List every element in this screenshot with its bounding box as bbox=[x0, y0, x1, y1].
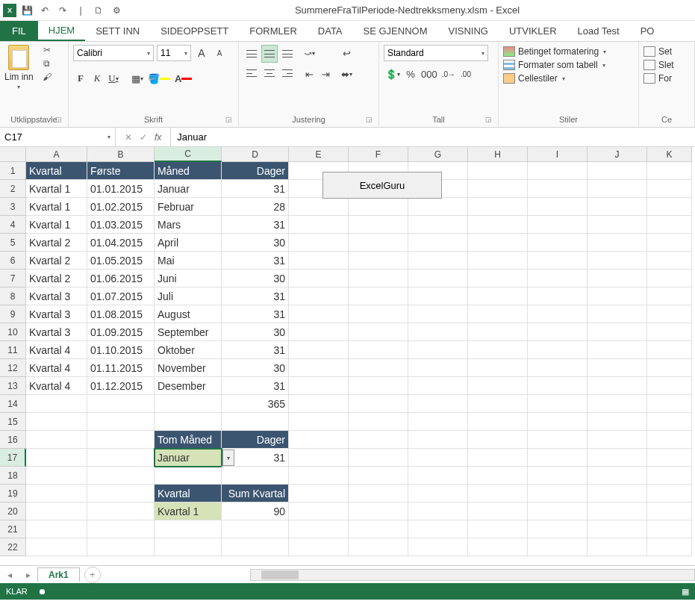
cell-H13[interactable] bbox=[468, 377, 528, 395]
cell-D11[interactable]: 31 bbox=[222, 341, 289, 359]
number-launcher-icon[interactable]: ◲ bbox=[485, 116, 492, 123]
cell-K10[interactable] bbox=[647, 323, 692, 341]
cell-J6[interactable] bbox=[588, 252, 647, 270]
cell-G10[interactable] bbox=[408, 323, 468, 341]
row-header-16[interactable]: 16 bbox=[0, 431, 26, 449]
row-header-2[interactable]: 2 bbox=[0, 180, 26, 198]
cell-E20[interactable] bbox=[289, 503, 349, 520]
cell-B16[interactable] bbox=[87, 431, 155, 449]
cell-F14[interactable] bbox=[349, 395, 408, 413]
cell-I3[interactable] bbox=[528, 198, 588, 216]
row-header-5[interactable]: 5 bbox=[0, 234, 26, 252]
tab-data[interactable]: DATA bbox=[308, 21, 353, 41]
format-painter-icon[interactable]: 🖌 bbox=[41, 72, 53, 82]
cell-A17[interactable] bbox=[26, 449, 87, 467]
cell-A19[interactable] bbox=[26, 485, 87, 503]
cell-J14[interactable] bbox=[588, 395, 647, 413]
col-header-F[interactable]: F bbox=[349, 147, 408, 162]
cell-B19[interactable] bbox=[87, 485, 155, 503]
cell-H6[interactable] bbox=[468, 252, 528, 270]
preview-icon[interactable]: 🗋 bbox=[93, 4, 105, 16]
align-top-icon[interactable] bbox=[243, 45, 260, 63]
cell-I18[interactable] bbox=[528, 467, 588, 485]
row-header-1[interactable]: 1 bbox=[0, 162, 26, 180]
cell-J22[interactable] bbox=[588, 538, 647, 556]
cell-K13[interactable] bbox=[647, 377, 692, 395]
cell-G12[interactable] bbox=[408, 359, 468, 377]
cell-D9[interactable]: 31 bbox=[222, 305, 289, 323]
cell-D1[interactable]: Dager bbox=[222, 162, 289, 180]
cell-D12[interactable]: 30 bbox=[222, 359, 289, 377]
row-header-14[interactable]: 14 bbox=[0, 395, 26, 413]
cell-D18[interactable] bbox=[222, 467, 289, 485]
cell-C1[interactable]: Måned bbox=[155, 162, 222, 180]
decrease-decimal-icon[interactable]: .00 bbox=[458, 66, 473, 82]
cell-G22[interactable] bbox=[408, 538, 468, 556]
formula-input[interactable]: Januar bbox=[171, 128, 695, 146]
spreadsheet-grid[interactable]: ABCDEFGHIJK 1234567891011121314151617181… bbox=[0, 147, 695, 565]
cell-B18[interactable] bbox=[87, 467, 155, 485]
cell-K3[interactable] bbox=[647, 198, 692, 216]
tab-sett-inn[interactable]: SETT INN bbox=[85, 21, 150, 41]
col-header-E[interactable]: E bbox=[289, 147, 349, 162]
save-icon[interactable]: 💾 bbox=[21, 4, 33, 16]
row-header-9[interactable]: 9 bbox=[0, 305, 26, 323]
cell-I1[interactable] bbox=[528, 162, 588, 180]
cell-F17[interactable] bbox=[349, 449, 408, 467]
cell-G6[interactable] bbox=[408, 252, 468, 270]
cell-H8[interactable] bbox=[468, 287, 528, 305]
row-header-20[interactable]: 20 bbox=[0, 503, 26, 520]
cell-E14[interactable] bbox=[289, 395, 349, 413]
cell-I14[interactable] bbox=[528, 395, 588, 413]
cell-I2[interactable] bbox=[528, 180, 588, 198]
row-header-17[interactable]: 17 bbox=[0, 449, 26, 467]
cell-E18[interactable] bbox=[289, 467, 349, 485]
cell-D3[interactable]: 28 bbox=[222, 198, 289, 216]
cell-D4[interactable]: 31 bbox=[222, 216, 289, 234]
tab-formler[interactable]: FORMLER bbox=[239, 21, 308, 41]
cell-F20[interactable] bbox=[349, 503, 408, 520]
cell-H19[interactable] bbox=[468, 485, 528, 503]
cell-G13[interactable] bbox=[408, 377, 468, 395]
cell-F12[interactable] bbox=[349, 359, 408, 377]
cell-G8[interactable] bbox=[408, 287, 468, 305]
cell-I5[interactable] bbox=[528, 234, 588, 252]
fx-icon[interactable]: fx bbox=[155, 132, 161, 143]
col-header-J[interactable]: J bbox=[588, 147, 647, 162]
cell-C4[interactable]: Mars bbox=[155, 216, 222, 234]
percent-icon[interactable]: % bbox=[403, 66, 418, 82]
cell-H12[interactable] bbox=[468, 359, 528, 377]
align-middle-icon[interactable] bbox=[261, 45, 278, 63]
paste-button[interactable]: Lim inn bbox=[4, 72, 34, 82]
cell-C7[interactable]: Juni bbox=[155, 270, 222, 287]
cell-H11[interactable] bbox=[468, 341, 528, 359]
cell-I9[interactable] bbox=[528, 305, 588, 323]
cell-B10[interactable]: 01.09.2015 bbox=[87, 323, 155, 341]
cell-K20[interactable] bbox=[647, 503, 692, 520]
cell-I10[interactable] bbox=[528, 323, 588, 341]
cell-F9[interactable] bbox=[349, 305, 408, 323]
cell-B22[interactable] bbox=[87, 538, 155, 556]
align-bottom-icon[interactable] bbox=[279, 45, 296, 63]
cell-H20[interactable] bbox=[468, 503, 528, 520]
row-header-13[interactable]: 13 bbox=[0, 377, 26, 395]
cell-C18[interactable] bbox=[155, 467, 222, 485]
cell-B15[interactable] bbox=[87, 413, 155, 431]
merge-center-icon[interactable]: ⬌▾ bbox=[339, 66, 354, 82]
cell-J13[interactable] bbox=[588, 377, 647, 395]
cell-J7[interactable] bbox=[588, 270, 647, 287]
cell-F15[interactable] bbox=[349, 413, 408, 431]
cell-H2[interactable] bbox=[468, 180, 528, 198]
cell-G11[interactable] bbox=[408, 341, 468, 359]
cell-H15[interactable] bbox=[468, 413, 528, 431]
cell-I19[interactable] bbox=[528, 485, 588, 503]
cell-A21[interactable] bbox=[26, 520, 87, 538]
col-header-B[interactable]: B bbox=[87, 147, 155, 162]
cell-B8[interactable]: 01.07.2015 bbox=[87, 287, 155, 305]
decrease-indent-icon[interactable]: ⇤ bbox=[302, 66, 317, 82]
cell-J20[interactable] bbox=[588, 503, 647, 520]
cell-E19[interactable] bbox=[289, 485, 349, 503]
format-cells-button[interactable]: For bbox=[643, 73, 674, 84]
cell-B20[interactable] bbox=[87, 503, 155, 520]
col-header-G[interactable]: G bbox=[408, 147, 468, 162]
